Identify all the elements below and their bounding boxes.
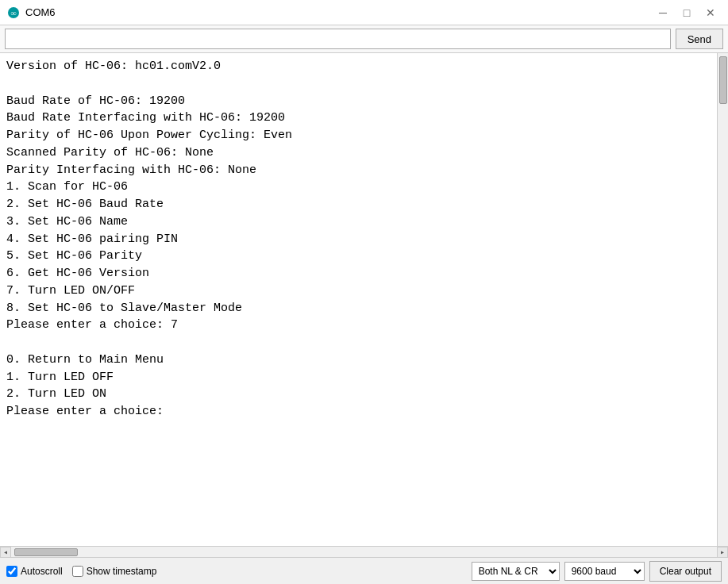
minimize-button[interactable]: ─ — [652, 3, 674, 22]
h-scrollbar-track[interactable] — [11, 547, 717, 557]
autoscroll-text: Autoscroll — [21, 566, 63, 577]
maximize-button[interactable]: □ — [676, 3, 698, 22]
output-area: Version of HC-06: hc01.comV2.0 Baud Rate… — [0, 53, 728, 546]
bottom-right-controls: No line ending Newline Carriage return B… — [472, 561, 722, 582]
arduino-icon: ∞ — [6, 6, 21, 20]
h-scrollbar-thumb[interactable] — [14, 548, 78, 556]
timestamp-checkbox[interactable] — [72, 566, 83, 577]
bottom-bar: Autoscroll Show timestamp No line ending… — [0, 557, 728, 584]
line-ending-select[interactable]: No line ending Newline Carriage return B… — [472, 562, 560, 581]
close-button[interactable]: ✕ — [699, 3, 722, 22]
vertical-scrollbar[interactable] — [717, 53, 728, 546]
serial-input[interactable] — [5, 29, 671, 49]
baud-rate-select[interactable]: 300 baud 1200 baud 2400 baud 4800 baud 9… — [564, 562, 645, 581]
toolbar: Send — [0, 25, 728, 53]
scrollbar-thumb[interactable] — [719, 56, 727, 104]
serial-output: Version of HC-06: hc01.comV2.0 Baud Rate… — [0, 53, 717, 546]
timestamp-text: Show timestamp — [87, 566, 157, 577]
clear-output-button[interactable]: Clear output — [649, 561, 722, 582]
horizontal-scrollbar-row: ◂ ▸ — [0, 546, 728, 557]
window-title: COM6 — [25, 6, 652, 18]
svg-text:∞: ∞ — [10, 9, 16, 17]
scroll-right-arrow[interactable]: ▸ — [717, 547, 728, 558]
timestamp-label[interactable]: Show timestamp — [72, 566, 157, 577]
autoscroll-checkbox[interactable] — [6, 566, 17, 577]
send-button[interactable]: Send — [676, 29, 723, 49]
autoscroll-label[interactable]: Autoscroll — [6, 566, 63, 577]
window-controls: ─ □ ✕ — [652, 3, 722, 22]
scroll-left-arrow[interactable]: ◂ — [0, 547, 11, 558]
title-bar: ∞ COM6 ─ □ ✕ — [0, 0, 728, 25]
